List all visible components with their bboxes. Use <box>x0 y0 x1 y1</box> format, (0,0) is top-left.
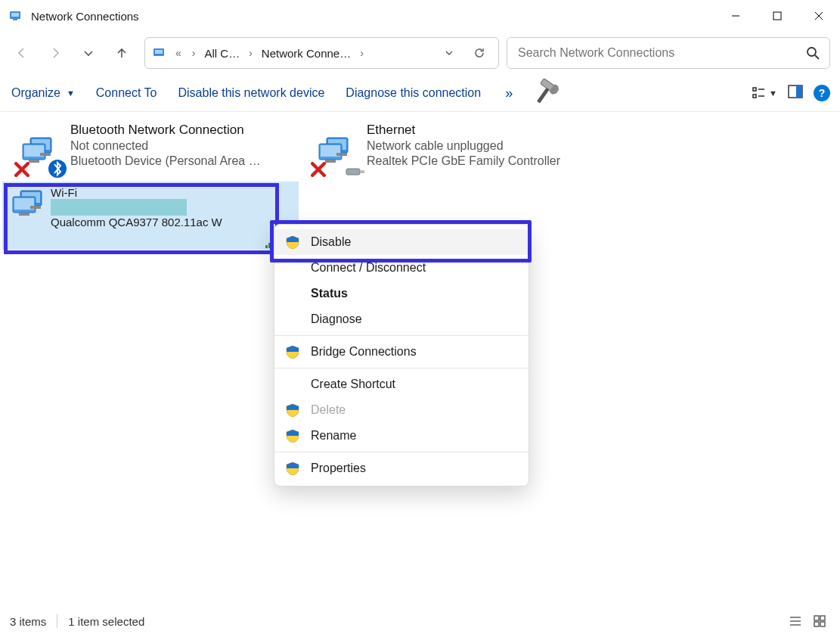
status-bar: 3 items 1 item selected <box>1 609 839 633</box>
connection-wifi[interactable]: Wi-Fi Qualcomm QCA9377 802.11ac W <box>4 183 282 248</box>
chevron-right-icon[interactable]: › <box>246 47 256 59</box>
preview-pane-button[interactable] <box>788 84 803 102</box>
connection-bluetooth[interactable]: Bluetooth Network Connection Not connect… <box>7 118 288 180</box>
caret-down-icon: ▼ <box>769 89 777 98</box>
error-icon <box>14 162 29 177</box>
shield-icon <box>285 402 300 418</box>
hammer-icon <box>528 78 564 108</box>
navigation-bar: « › All C… › Network Conne… › <box>1 31 839 75</box>
address-dropdown-button[interactable] <box>436 40 462 66</box>
menu-label: Diagnose <box>311 312 362 326</box>
svg-rect-12 <box>773 12 781 20</box>
connection-ethernet[interactable]: Ethernet Network cable unplugged Realtek… <box>303 118 584 180</box>
close-button[interactable] <box>798 1 839 31</box>
svg-rect-22 <box>753 88 756 91</box>
menu-label: Connect / Disconnect <box>311 261 426 275</box>
search-icon[interactable] <box>805 45 820 61</box>
menu-item-rename[interactable]: Rename <box>274 423 528 449</box>
item-count: 3 items <box>10 615 46 628</box>
menu-item-create-shortcut[interactable]: Create Shortcut <box>274 371 528 397</box>
menu-item-delete: Delete <box>274 397 528 423</box>
svg-rect-23 <box>753 95 756 98</box>
help-button[interactable]: ? <box>814 85 830 101</box>
svg-line-18 <box>815 55 819 59</box>
search-input[interactable] <box>516 45 805 61</box>
connection-status: Not connected <box>70 139 285 153</box>
svg-point-17 <box>807 48 816 56</box>
svg-rect-31 <box>265 245 268 248</box>
menu-label: Properties <box>311 462 366 475</box>
organize-label: Organize <box>11 86 60 100</box>
svg-rect-32 <box>268 243 271 248</box>
maximize-button[interactable] <box>756 1 798 31</box>
menu-separator <box>274 368 528 368</box>
connection-device: Realtek PCIe GbE Family Controller <box>367 154 581 168</box>
menu-item-status[interactable]: Status <box>274 281 528 306</box>
menu-label: Rename <box>311 429 356 443</box>
svg-rect-16 <box>155 50 163 54</box>
svg-rect-10 <box>13 19 17 20</box>
menu-separator <box>274 452 528 452</box>
forward-button[interactable] <box>40 38 70 68</box>
svg-rect-40 <box>820 616 825 620</box>
connection-device: Qualcomm QCA9377 802.11ac W <box>51 216 222 228</box>
window-icon <box>8 8 23 23</box>
details-view-button[interactable] <box>785 612 806 630</box>
refresh-button[interactable] <box>466 40 492 66</box>
svg-rect-41 <box>814 622 819 626</box>
back-button[interactable] <box>7 38 37 68</box>
svg-rect-30 <box>360 170 364 173</box>
shield-icon <box>285 235 300 250</box>
disable-device-button[interactable]: Disable this network device <box>176 83 326 103</box>
ethernet-plug-icon <box>346 166 365 177</box>
error-icon <box>311 162 326 177</box>
bluetooth-icon <box>48 159 67 179</box>
connection-status: Network cable unplugged <box>367 139 581 153</box>
svg-rect-39 <box>814 616 819 620</box>
menu-item-bridge-connections[interactable]: Bridge Connections <box>274 339 528 365</box>
location-icon <box>151 45 168 61</box>
view-options-button[interactable]: ▼ <box>752 86 777 100</box>
selected-count: 1 item selected <box>68 615 144 628</box>
connection-name: Bluetooth Network Connection <box>70 123 285 138</box>
titlebar: Network Connections <box>1 1 839 31</box>
address-bar[interactable]: « › All C… › Network Conne… › <box>144 37 499 69</box>
menu-item-diagnose[interactable]: Diagnose <box>274 306 528 332</box>
up-button[interactable] <box>107 38 137 68</box>
command-bar: Organize▼ Connect To Disable this networ… <box>1 75 839 112</box>
menu-label: Status <box>311 287 348 300</box>
organize-menu[interactable]: Organize▼ <box>10 83 76 103</box>
context-menu: Disable Connect / Disconnect Status Diag… <box>274 224 529 486</box>
minimize-button[interactable] <box>714 1 756 31</box>
menu-separator <box>274 335 528 336</box>
breadcrumb-network-connections[interactable]: Network Conne… <box>260 47 352 60</box>
chevron-right-icon[interactable]: › <box>357 47 367 59</box>
svg-rect-29 <box>346 169 360 175</box>
diagnose-connection-button[interactable]: Diagnose this connection <box>344 83 482 103</box>
menu-item-connect-disconnect[interactable]: Connect / Disconnect <box>274 255 528 281</box>
connection-name: Ethernet <box>367 123 581 138</box>
connection-ssid-redacted <box>51 199 222 216</box>
connection-device: Bluetooth Device (Personal Area … <box>70 154 285 168</box>
menu-label: Delete <box>311 403 346 417</box>
breadcrumb-all-control-panel[interactable]: All C… <box>203 47 241 60</box>
overflow-button[interactable]: » <box>501 85 517 101</box>
svg-rect-9 <box>11 13 19 17</box>
menu-label: Create Shortcut <box>311 378 395 391</box>
svg-rect-21 <box>537 88 549 103</box>
connect-to-button[interactable]: Connect To <box>95 83 159 103</box>
shield-icon <box>285 344 300 359</box>
menu-item-properties[interactable]: Properties <box>274 455 528 481</box>
chevron-right-icon[interactable]: › <box>189 47 199 59</box>
breadcrumb-prefix: « <box>172 47 184 59</box>
large-icons-view-button[interactable] <box>809 612 830 630</box>
svg-rect-42 <box>820 622 825 626</box>
shield-icon <box>285 461 300 476</box>
window-title: Network Connections <box>31 10 139 23</box>
menu-label: Disable <box>311 235 351 249</box>
menu-item-disable[interactable]: Disable <box>274 229 528 255</box>
search-box[interactable] <box>507 37 830 69</box>
connection-name: Wi-Fi <box>51 186 222 199</box>
recent-locations-button[interactable] <box>73 38 104 68</box>
menu-label: Bridge Connections <box>311 345 417 359</box>
